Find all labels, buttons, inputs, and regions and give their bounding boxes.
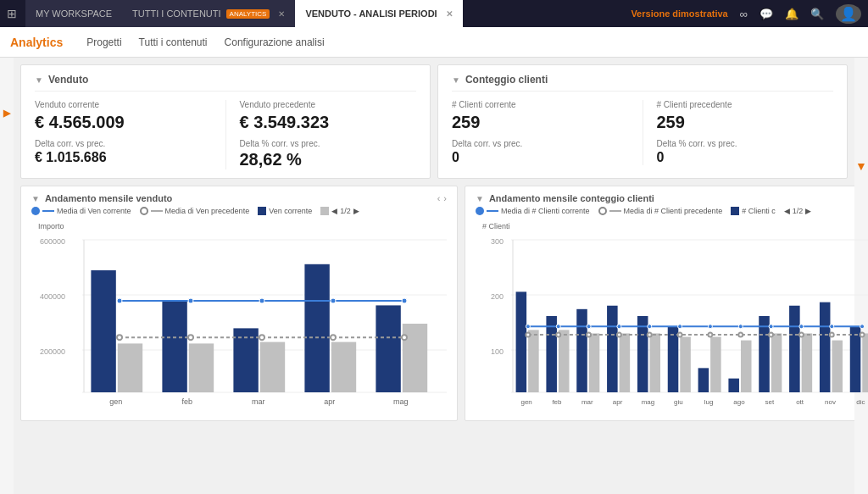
bell-icon[interactable]: 🔔	[785, 8, 798, 20]
svg-rect-11	[189, 343, 214, 392]
legend1-dot-blue	[31, 207, 40, 215]
chart1-next[interactable]: ›	[443, 193, 447, 203]
legend2-item1: Media di # Clienti corrente	[476, 207, 590, 215]
svg-rect-10	[162, 301, 186, 392]
svg-rect-64	[759, 316, 770, 392]
svg-text:apr: apr	[613, 398, 623, 406]
nav-progetti[interactable]: Progetti	[86, 33, 121, 52]
chart1-title: Andamento mensile venduto	[45, 193, 172, 203]
grid-icon[interactable]: ⊞	[7, 7, 17, 20]
version-label: Versione dimostrativa	[631, 8, 727, 19]
venduto-col1: Venduto corrente € 4.565.009 Delta corr.…	[35, 100, 212, 169]
svg-point-31	[402, 335, 407, 340]
filter-icon[interactable]: ▼	[855, 159, 867, 173]
svg-text:400000: 400000	[40, 292, 65, 301]
nav-bar: Analytics Progetti Tutti i contenuti Con…	[0, 27, 868, 58]
legend2-prev-page[interactable]: ◀	[784, 207, 790, 215]
svg-rect-19	[376, 305, 400, 392]
app-logo: Analytics	[10, 36, 63, 49]
conteggio-col2-label: # Clienti precedente	[657, 100, 834, 109]
legend2-line-gray	[609, 210, 621, 212]
venduto-col2-label: Venduto precedente	[240, 100, 417, 109]
chart2-container: # Clienti 300 200 100 genfebmaraprmaggiu…	[476, 219, 868, 414]
svg-rect-62	[741, 341, 752, 392]
svg-rect-8	[118, 343, 142, 392]
legend1-label3: Ven corrente	[269, 207, 312, 215]
svg-rect-47	[589, 333, 600, 392]
tab-venduto[interactable]: VENDUTO - ANALISI PERIODI ✕	[295, 0, 462, 27]
legend1-next-page[interactable]: ▶	[353, 207, 359, 215]
svg-rect-40	[516, 291, 527, 392]
legend1-line-gray	[151, 210, 163, 212]
svg-point-78	[587, 325, 591, 329]
chart1-prev[interactable]: ‹	[437, 193, 441, 203]
connection-icon[interactable]: ∞	[740, 8, 748, 20]
tab-tutti-contenuti[interactable]: TUTTI I CONTENUTI ANALYTICS ✕	[122, 0, 295, 27]
legend2-next-page[interactable]: ▶	[805, 207, 811, 215]
legend2-page-indicator: ◀ 1/2 ▶	[784, 207, 812, 215]
svg-text:gen: gen	[109, 397, 122, 406]
svg-rect-71	[832, 341, 843, 392]
svg-point-24	[259, 298, 264, 303]
svg-text:mag: mag	[393, 397, 409, 406]
side-left-icon[interactable]: ◀	[1, 108, 13, 120]
svg-rect-56	[680, 337, 691, 392]
legend2-item2: Media di # Clienti precedente	[598, 207, 723, 215]
svg-text:ago: ago	[733, 398, 745, 406]
svg-point-92	[648, 333, 652, 337]
svg-rect-74	[862, 333, 868, 392]
user-icon[interactable]: 👤	[836, 4, 861, 24]
legend2-rect-blue	[731, 207, 739, 215]
svg-rect-58	[698, 368, 709, 392]
svg-text:mar: mar	[252, 397, 265, 406]
legend2-dot-blue	[476, 207, 484, 215]
conteggio-col3-value: 0	[452, 150, 629, 165]
legend2-page: 1/2	[793, 207, 804, 215]
main-content: ▼ Venduto Venduto corrente € 4.565.009 D…	[14, 58, 854, 428]
svg-point-79	[617, 325, 621, 329]
legend2-item3: # Clienti c	[731, 207, 776, 215]
venduto-col1-value: € 4.565.009	[35, 113, 212, 132]
svg-rect-65	[771, 333, 782, 392]
tab-tutti-close[interactable]: ✕	[278, 9, 285, 19]
legend1-rect-gray	[320, 207, 329, 215]
legend1-prev-page[interactable]: ◀	[331, 207, 337, 215]
conteggio-col4-label: Delta % corr. vs prec.	[657, 139, 834, 148]
chart1-container: Importo 600000 400000 200000 genfebmarap…	[31, 219, 447, 414]
svg-point-23	[188, 298, 193, 303]
chart2-title-area: ▼ Andamento mensile conteggio clienti	[476, 193, 654, 203]
nav-config[interactable]: Configurazione analisi	[225, 33, 325, 52]
svg-rect-43	[546, 316, 557, 392]
legend1-label2: Media di Ven precedente	[165, 207, 250, 215]
svg-point-83	[738, 325, 743, 329]
venduto-chevron[interactable]: ▼	[35, 75, 43, 85]
chart1-chevron[interactable]: ▼	[31, 194, 40, 203]
svg-point-76	[526, 325, 530, 329]
conteggio-cols: # Clienti corrente 259 Delta corr. vs pr…	[452, 100, 833, 165]
nav-tutti-contenuti[interactable]: Tutti i contenuti	[139, 33, 208, 52]
svg-text:200000: 200000	[40, 347, 65, 356]
venduto-col2: Venduto precedente € 3.549.323 Delta % c…	[225, 100, 417, 169]
venduto-col4-label: Delta % corr. vs prec.	[240, 139, 417, 148]
svg-text:200: 200	[491, 292, 504, 301]
svg-rect-14	[260, 342, 285, 392]
search-icon[interactable]: 🔍	[810, 8, 824, 20]
svg-text:mag: mag	[642, 398, 655, 406]
chat-icon[interactable]: 💬	[760, 8, 773, 20]
conteggio-col2: # Clienti precedente 259 Delta % corr. v…	[643, 100, 834, 165]
tab-myworkspace[interactable]: MY WORKSPACE	[25, 0, 122, 27]
tab-venduto-close[interactable]: ✕	[446, 9, 453, 19]
chart2-header: ▼ Andamento mensile conteggio clienti ‹ …	[476, 193, 868, 203]
conteggio-col1: # Clienti corrente 259 Delta corr. vs pr…	[452, 100, 629, 165]
chart2-chevron[interactable]: ▼	[476, 194, 484, 203]
legend1-rect-blue	[258, 207, 266, 215]
svg-point-97	[799, 333, 804, 337]
svg-point-26	[402, 298, 407, 303]
svg-rect-55	[668, 326, 679, 392]
svg-text:nov: nov	[825, 398, 836, 406]
venduto-cols: Venduto corrente € 4.565.009 Delta corr.…	[35, 100, 416, 169]
venduto-col3-value: € 1.015.686	[35, 150, 212, 165]
svg-rect-44	[559, 330, 570, 392]
chart2-svg: # Clienti 300 200 100 genfebmaraprmaggiu…	[476, 219, 868, 414]
conteggio-chevron[interactable]: ▼	[452, 75, 460, 85]
